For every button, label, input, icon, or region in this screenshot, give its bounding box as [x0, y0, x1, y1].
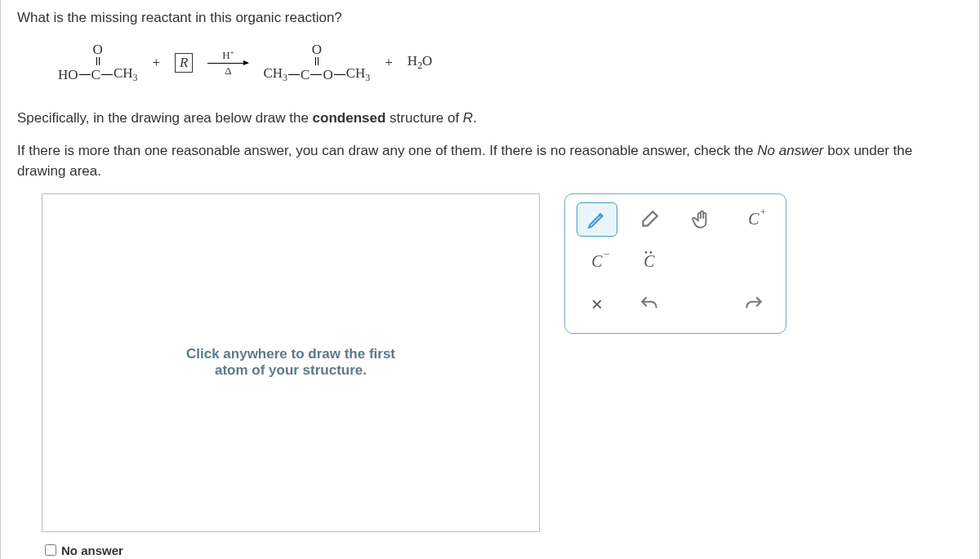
molecule-water: H2O	[408, 53, 433, 72]
undo-tool[interactable]	[629, 287, 670, 322]
cminus-tool[interactable]: C−	[577, 245, 617, 279]
atom-c: C	[301, 68, 310, 82]
atom-c: C	[91, 68, 100, 82]
bond	[310, 74, 322, 75]
pencil-icon	[586, 209, 608, 230]
reaction-arrow: H+ Δ	[207, 48, 248, 78]
drawing-canvas[interactable]: Click anywhere to draw the first atom of…	[42, 193, 540, 532]
hand-icon	[691, 209, 712, 230]
no-answer-row[interactable]: No answer	[45, 543, 540, 557]
double-bond	[96, 56, 100, 66]
bond	[288, 74, 300, 75]
cplus-tool[interactable]: C+	[733, 202, 774, 237]
cplus-label: C	[748, 210, 759, 228]
close-tool[interactable]: ×	[577, 287, 617, 322]
eraser-icon	[639, 209, 660, 230]
double-bond	[315, 56, 318, 66]
atom-ch3: CH3	[114, 66, 138, 83]
no-answer-checkbox[interactable]	[45, 544, 56, 556]
undo-icon	[639, 294, 660, 315]
cdots-tool[interactable]: •• C	[629, 245, 670, 279]
atom-ch3: CH3	[346, 66, 371, 83]
plus-sign: +	[385, 55, 393, 71]
molecule-acetic-acid: O HO C CH3	[58, 42, 137, 83]
bond	[334, 74, 345, 75]
instruction-line-1: Specifically, in the drawing area below …	[17, 108, 963, 129]
bond	[101, 74, 113, 75]
bond	[79, 74, 91, 75]
eraser-tool[interactable]	[629, 202, 670, 237]
atom-ch3: CH3	[263, 66, 287, 83]
atom-o: O	[93, 42, 103, 56]
redo-tool[interactable]	[733, 287, 774, 322]
cminus-label: C	[591, 252, 602, 271]
molecule-ester: O CH3 C O CH3	[263, 42, 370, 83]
drawing-toolbar: C+ C− •• C ×	[564, 193, 786, 334]
reagent-bottom: Δ	[225, 64, 231, 78]
reagent-top: H+	[222, 48, 234, 62]
redo-icon	[743, 294, 764, 315]
reaction-equation: O HO C CH3 + R H+ Δ O CH3 C	[58, 42, 963, 83]
atom-o: O	[323, 68, 332, 82]
atom-ho: HO	[58, 68, 78, 82]
no-answer-label: No answer	[61, 543, 123, 557]
atom-o: O	[312, 42, 322, 56]
question-text: What is the missing reactant in this org…	[17, 10, 963, 26]
drawing-placeholder: Click anywhere to draw the first atom of…	[186, 346, 395, 379]
missing-reactant-box: R	[175, 53, 193, 73]
hand-tool[interactable]	[681, 202, 722, 237]
instruction-line-2: If there is more than one reasonable ans…	[17, 140, 963, 182]
close-icon: ×	[591, 293, 603, 316]
pencil-tool[interactable]	[577, 202, 617, 237]
plus-sign: +	[152, 55, 160, 71]
